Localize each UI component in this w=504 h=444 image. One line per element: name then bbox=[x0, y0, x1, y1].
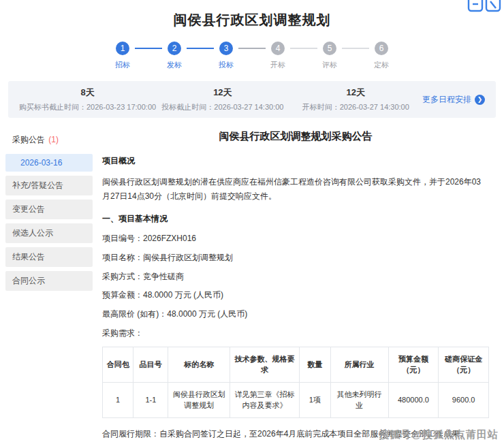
field-project-no: 项目编号：2026FZXH016 bbox=[102, 233, 489, 244]
days-remaining: 12天 bbox=[156, 86, 289, 99]
page-header: 闽侯县行政区划调整规划 bbox=[0, 0, 504, 29]
step-label: 招标 bbox=[115, 60, 130, 70]
step-label: 评标 bbox=[322, 60, 337, 70]
deadline-value: 2026-03-27 14:30:00 bbox=[214, 103, 283, 111]
step-circle: 6 bbox=[375, 42, 388, 55]
table-row: 1 1-1 闽侯县行政区划调整规划 详见第三章《招标内容及要求》 1项 其他未列… bbox=[103, 382, 489, 417]
field-label: 最高限价 (如有)： bbox=[102, 309, 167, 319]
field-label: 预算金额： bbox=[102, 290, 143, 300]
notice-count-badge: (1) bbox=[48, 135, 59, 144]
field-max-price: 最高限价 (如有)：48.0000 万元 (人民币) bbox=[102, 308, 489, 320]
overview-text: 闽侯县行政区划调整规划的潜在供应商应在福州信豪工程造价咨询有限公司获取采购文件，… bbox=[102, 175, 489, 204]
cell-quantity: 1项 bbox=[300, 382, 330, 417]
cell-deposit: 9600.0 bbox=[439, 382, 489, 417]
deadline-buy-docs: 8天 购买标书截止时间：2026-03-23 17:00:00 bbox=[19, 86, 156, 112]
cell-subject: 闽侯县行政区划调整规划 bbox=[168, 382, 230, 417]
overview-heading: 项目概况 bbox=[102, 155, 489, 167]
step-circle: 5 bbox=[323, 42, 336, 55]
step-circle: 4 bbox=[271, 42, 285, 55]
step-circle: 1 bbox=[116, 42, 129, 55]
field-value: 48.0000 万元 (人民币) bbox=[143, 290, 223, 300]
days-remaining: 12天 bbox=[289, 86, 422, 99]
deadline-label: 开标时间： bbox=[302, 103, 340, 111]
notice-sidebar: 采购公告 (1) 2026-03-16 补充/答疑公告 变更公告 候选人公示 结… bbox=[5, 130, 93, 291]
notice-title: 闽侯县行政区划调整规划采购公告 bbox=[102, 130, 489, 143]
cell-specs: 详见第三章《招标内容及要求》 bbox=[230, 382, 300, 417]
step-label: 投标 bbox=[219, 60, 234, 70]
basic-info-heading: 一、项目基本情况 bbox=[102, 213, 489, 225]
step-connector bbox=[135, 48, 162, 49]
schedule-bar: 8天 购买标书截止时间：2026-03-23 17:00:00 12天 投标截止… bbox=[8, 81, 496, 118]
step-kaibiao: 4 开标 bbox=[266, 42, 290, 70]
sidebar-item-result-notice[interactable]: 结果公告 bbox=[5, 247, 93, 267]
more-schedule-label: 更多日程安排 bbox=[422, 94, 471, 106]
content-area: 采购公告 (1) 2026-03-16 补充/答疑公告 变更公告 候选人公示 结… bbox=[0, 130, 504, 444]
step-circle: 3 bbox=[219, 42, 233, 55]
deadline-value: 2026-03-27 14:30:00 bbox=[340, 103, 409, 111]
cell-contract: 1 bbox=[103, 382, 133, 417]
page-title: 闽侯县行政区划调整规划 bbox=[0, 11, 504, 29]
deadline-label: 投标截止时间： bbox=[161, 103, 214, 111]
step-label: 开标 bbox=[270, 60, 285, 70]
col-header-deposit: 磋商保证金（元） bbox=[439, 347, 489, 382]
step-dingbiao: 6 定标 bbox=[369, 42, 394, 70]
field-label: 采购方式： bbox=[102, 272, 143, 281]
site-logo-icon bbox=[467, 0, 503, 18]
more-schedule-link[interactable]: 更多日程安排 ❯ bbox=[422, 94, 485, 106]
field-value: 竞争性磋商 bbox=[143, 272, 184, 281]
col-header-quantity: 数量 bbox=[300, 347, 330, 382]
sidebar-item-supplement-notice[interactable]: 补充/答疑公告 bbox=[5, 176, 93, 195]
field-procurement-method: 采购方式：竞争性磋商 bbox=[102, 271, 489, 283]
deadline-bid-submit: 12天 投标截止时间：2026-03-27 14:30:00 bbox=[156, 86, 289, 112]
sidebar-item-date-active[interactable]: 2026-03-16 bbox=[5, 154, 93, 172]
step-pingbiao: 5 评标 bbox=[317, 42, 342, 70]
sidebar-item-change-notice[interactable]: 变更公告 bbox=[5, 200, 93, 219]
procurement-table: 合同包 品目号 标的名称 技术参数、规格要求 数量 所属行业 预算金额（元） 磋… bbox=[102, 347, 489, 418]
col-header-industry: 所属行业 bbox=[330, 347, 388, 382]
notice-body: 闽侯县行政区划调整规划采购公告 项目概况 闽侯县行政区划调整规划的潜在供应商应在… bbox=[102, 130, 489, 444]
arrow-right-icon: ❯ bbox=[475, 95, 485, 105]
sidebar-item-contract-publicity[interactable]: 合同公示 bbox=[5, 271, 93, 291]
days-remaining: 8天 bbox=[19, 86, 156, 99]
col-header-budget: 预算金额（元） bbox=[388, 347, 439, 382]
step-label: 定标 bbox=[374, 60, 389, 70]
step-connector bbox=[238, 48, 266, 49]
field-budget: 预算金额：48.0000 万元 (人民币) bbox=[102, 289, 489, 301]
step-toubiao: 3 投标 bbox=[214, 42, 238, 70]
watermark: 搜狐号@搜狐焦点莆田站 bbox=[379, 428, 499, 441]
step-label: 发标 bbox=[167, 60, 182, 70]
sidebar-item-candidate-publicity[interactable]: 候选人公示 bbox=[5, 223, 93, 243]
sidebar-item-label: 采购公告 bbox=[12, 135, 45, 144]
field-value: 2026FZXH016 bbox=[143, 234, 196, 243]
cell-industry: 其他未列明行业 bbox=[330, 382, 388, 417]
field-project-name: 项目名称：闽侯县行政区划调整规划 bbox=[102, 252, 489, 264]
field-label: 项目编号： bbox=[102, 234, 143, 243]
step-connector bbox=[290, 48, 317, 49]
col-header-specs: 技术参数、规格要求 bbox=[230, 347, 300, 382]
cell-budget: 480000.0 bbox=[388, 382, 439, 417]
col-header-item-no: 品目号 bbox=[133, 347, 168, 382]
deadline-bid-open: 12天 开标时间：2026-03-27 14:30:00 bbox=[289, 86, 422, 112]
step-fabiao: 2 发标 bbox=[162, 42, 187, 70]
field-requirements: 采购需求： bbox=[102, 328, 489, 339]
col-header-contract: 合同包 bbox=[103, 347, 133, 382]
cell-item-no: 1-1 bbox=[133, 382, 168, 417]
field-label: 采购需求： bbox=[102, 328, 143, 338]
field-label: 项目名称： bbox=[102, 253, 143, 262]
step-connector bbox=[187, 48, 214, 49]
step-zhaobiao: 1 招标 bbox=[110, 42, 135, 70]
field-value: 闽侯县行政区划调整规划 bbox=[143, 253, 233, 262]
deadline-label: 购买标书截止时间： bbox=[19, 103, 86, 111]
progress-stepper: 1 招标 2 发标 3 投标 4 开标 5 评标 6 定标 bbox=[0, 42, 504, 70]
sidebar-item-procurement-notice[interactable]: 采购公告 (1) bbox=[5, 130, 93, 150]
col-header-subject: 标的名称 bbox=[168, 347, 230, 382]
field-value: 48.0000 万元 (人民币) bbox=[167, 309, 247, 319]
table-header-row: 合同包 品目号 标的名称 技术参数、规格要求 数量 所属行业 预算金额（元） 磋… bbox=[103, 347, 489, 382]
step-connector bbox=[342, 48, 369, 49]
step-circle: 2 bbox=[168, 42, 181, 55]
deadline-value: 2026-03-23 17:00:00 bbox=[86, 103, 156, 111]
